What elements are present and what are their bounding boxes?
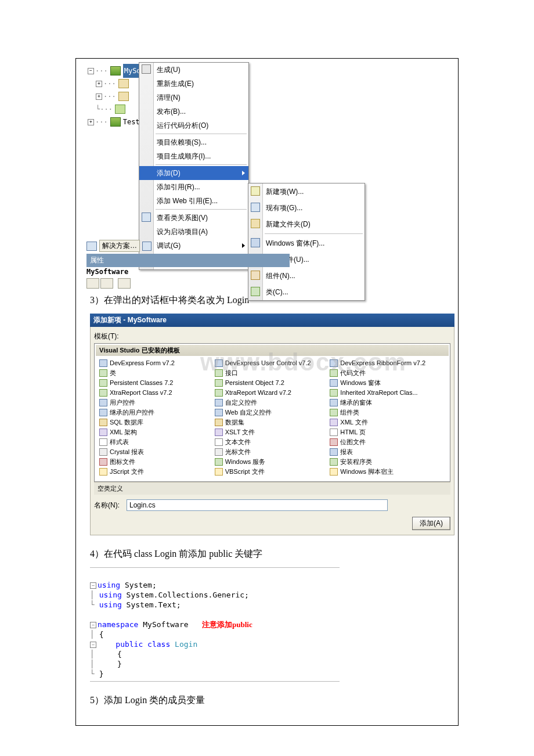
template-item[interactable]: Persistent Object 7.2 [215,378,330,388]
template-item[interactable]: XtraReport Wizard v7.2 [215,388,330,398]
props-categorize-button[interactable] [86,278,99,289]
cry-icon [215,448,223,456]
template-item[interactable]: Windows 窗体 [330,378,445,388]
menu-rebuild[interactable]: 重新生成(E) [139,77,248,91]
submenu-arrow-icon [242,171,245,175]
template-item[interactable]: Windows 服务 [215,457,330,467]
tree-collapse-icon[interactable]: − [88,68,94,74]
js-icon [99,468,107,476]
props-alpha-button[interactable] [100,278,113,289]
template-item[interactable]: Crystal 报表 [99,447,215,457]
menu-clean[interactable]: 清理(N) [139,91,248,105]
template-item[interactable]: 位图文件 [330,437,445,447]
template-item[interactable]: XSLT 文件 [215,427,330,437]
build-icon [142,64,151,74]
templates-list: Visual Studio 已安装的模板 DevExpress Form v7.… [94,343,450,482]
template-item[interactable]: Windows 脚本宿主 [330,467,445,477]
submenu-new-folder[interactable]: 新建文件夹(D) [248,216,365,232]
template-item[interactable]: XML 文件 [330,417,445,427]
cs-icon [330,369,338,377]
template-item[interactable]: 样式表 [99,437,215,447]
cs-file-icon [115,105,125,114]
template-item[interactable]: DevExpress Form v7.2 [99,358,215,368]
cs-icon [330,389,338,397]
template-item[interactable]: 安装程序类 [330,457,445,467]
menu-dependencies[interactable]: 项目依赖项(S)... [139,135,248,149]
template-item[interactable]: 组件类 [330,408,445,417]
template-item[interactable]: SQL 数据库 [99,417,215,427]
template-item[interactable]: XML 架构 [99,427,215,437]
template-item[interactable]: DevExpress RibbonForm v7.2 [330,358,445,368]
js-icon [330,468,338,476]
cs-icon [215,458,223,466]
template-item[interactable]: 类 [99,368,215,378]
template-item[interactable]: HTML 页 [330,427,445,437]
template-item[interactable]: Inherited XtraReport Clas... [330,388,445,398]
template-item[interactable]: 继承的用户控件 [99,408,215,417]
template-item[interactable]: VBScript 文件 [215,467,330,477]
ico-icon [330,438,338,446]
template-description: 空类定义 [94,482,450,495]
template-item[interactable]: Persistent Classes 7.2 [99,378,215,388]
template-item[interactable]: 图标文件 [99,457,215,467]
tree-expand-icon[interactable]: + [96,93,102,100]
template-item[interactable]: 报表 [330,447,445,457]
template-item[interactable]: 代码文件 [330,368,445,378]
cs-icon [215,389,223,397]
template-item[interactable]: 继承的窗体 [330,398,445,408]
solution-tree: − ··· MySo… + ··· + ··· └··· [88,64,146,128]
submenu-arrow-icon [242,243,245,248]
menu-publish[interactable]: 发布(B)... [139,105,248,118]
props-pages-button[interactable] [118,278,131,289]
template-item[interactable]: 光标文件 [215,447,330,457]
component-icon [251,271,260,280]
diagram-icon [142,213,151,222]
annotation: 注意添加public [202,620,252,629]
form-icon [99,359,107,367]
template-item[interactable]: XtraReport Class v7.2 [99,388,215,398]
menu-add[interactable]: 添加(D) [139,166,248,180]
template-item[interactable]: 接口 [215,368,330,378]
fold-icon[interactable]: − [90,642,96,648]
name-input[interactable] [127,499,388,511]
cs-icon [99,379,107,387]
tree-item-test[interactable]: Test [123,116,140,128]
menu-debug[interactable]: 调试(G) [139,239,248,253]
menu-build[interactable]: 生成(U) [139,63,248,77]
new-item-icon [251,186,260,196]
menu-class-diagram[interactable]: 查看类关系图(V) [139,211,248,225]
template-item[interactable]: 数据集 [215,417,330,427]
menu-set-startup[interactable]: 设为启动项目(A) [139,225,248,239]
step-5-text: 5）添加 Login 类的成员变量 [90,694,458,707]
menu-add-web-reference[interactable]: 添加 Web 引用(E)... [139,194,248,208]
csproj-icon [110,117,121,127]
tree-expand-icon[interactable]: + [96,81,102,87]
solution-explorer-tab[interactable]: 解决方案… [86,240,151,252]
menu-build-order[interactable]: 项目生成顺序(I)... [139,149,248,163]
menu-add-reference[interactable]: 添加引用(R)... [139,180,248,194]
txt-icon [215,438,223,446]
txt-icon [330,429,338,436]
template-item[interactable]: Web 自定义控件 [215,408,330,417]
fold-icon[interactable]: − [90,582,96,589]
db-icon [99,419,107,426]
template-item[interactable]: DevExpress User Control v7.2 [215,358,330,368]
tree-expand-icon[interactable]: + [88,119,94,125]
submenu-existing-item[interactable]: 现有项(G)... [248,200,365,216]
cs-icon [99,389,107,397]
menu-code-analysis[interactable]: 运行代码分析(O) [139,118,248,132]
fold-icon[interactable]: − [90,622,96,628]
template-item[interactable]: 自定义控件 [215,398,330,408]
submenu-new-item[interactable]: 新建项(W)... [248,183,365,200]
form-icon [215,409,223,416]
cs-icon [330,409,338,416]
template-item[interactable]: JScript 文件 [99,467,215,477]
template-item[interactable]: 文本文件 [215,437,330,447]
add-button[interactable]: 添加(A) [412,517,450,530]
name-label: 名称(N): [94,501,120,510]
submenu-component[interactable]: 组件(N)... [248,268,365,284]
submenu-class[interactable]: 类(C)... [248,284,365,300]
submenu-windows-form[interactable]: Windows 窗体(F)... [248,235,365,251]
template-item[interactable]: 用户控件 [99,398,215,408]
xml-icon [330,419,338,426]
